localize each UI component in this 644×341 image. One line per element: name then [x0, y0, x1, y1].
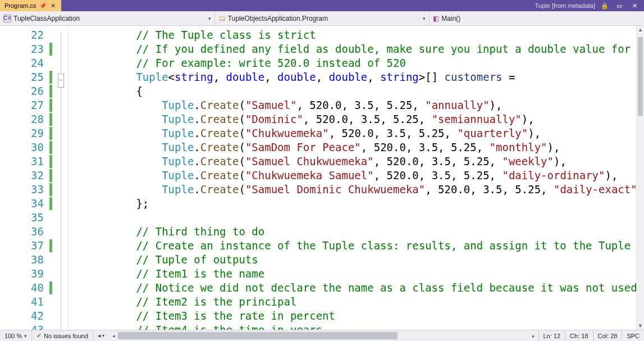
code-area[interactable]: // The Tuple class is strict // If you d… [68, 26, 636, 330]
zoom-level[interactable]: 100 % ▾ [0, 330, 32, 341]
change-mark [49, 309, 54, 323]
code-line[interactable]: // Item1 is the name [72, 267, 636, 281]
metadata-label: Tuple [from metadata] [535, 2, 595, 9]
code-line[interactable]: Tuple.Create("SamDom For Peace", 520.0, … [72, 140, 636, 154]
change-mark [49, 126, 54, 140]
scroll-left-icon[interactable]: ◂ [109, 333, 118, 339]
titlebar: Program.cs 📌 ✕ Tuple [from metadata] 🔒 ▭… [0, 0, 644, 11]
line-number: 32 [0, 169, 44, 183]
change-mark [49, 239, 54, 253]
code-line[interactable]: // Item2 is the principal [72, 295, 636, 309]
pin-icon[interactable]: 📌 [39, 3, 46, 9]
code-line[interactable]: // Item4 is the time in years [72, 323, 636, 330]
change-mark [49, 323, 54, 330]
horizontal-scroll-thumb[interactable] [118, 332, 398, 339]
code-line[interactable]: // If you defined any field as double, m… [72, 42, 636, 56]
scroll-up-icon[interactable]: ▲ [637, 26, 644, 34]
line-number: 27 [0, 98, 44, 112]
method-dropdown-text: Main() [441, 15, 460, 22]
navigation-bar: C# TupleClassApplication ▾ 🗂 TupleObject… [0, 11, 644, 26]
zoom-label: 100 % [4, 333, 22, 339]
code-line[interactable]: // Tuple of outputs [72, 253, 636, 267]
chevron-down-icon[interactable]: ▾ [419, 16, 429, 21]
chevron-down-icon: ▾ [24, 333, 27, 339]
scroll-down-icon[interactable]: ▼ [637, 322, 644, 330]
ok-icon: ✔ [36, 332, 42, 339]
horizontal-scrollbar[interactable]: ◂ ▸ [109, 330, 538, 341]
code-line[interactable]: Tuple.Create("Chukwuemeka Samuel", 520.0… [72, 169, 636, 183]
window-close-icon[interactable]: ✕ [630, 2, 640, 10]
horizontal-scroll-track[interactable] [118, 332, 529, 339]
code-line[interactable]: // Notice we did not declare the name as… [72, 281, 636, 295]
indent-mode[interactable]: SPC [622, 330, 644, 341]
change-mark [49, 84, 54, 98]
types-dropdown[interactable]: C# TupleClassApplication ▾ [0, 11, 215, 25]
line-number: 37 [0, 239, 44, 253]
change-mark [49, 56, 54, 70]
tab-label: Program.cs [4, 2, 36, 9]
code-line[interactable]: Tuple.Create("Samuel Chukwuemeka", 520.0… [72, 154, 636, 169]
change-mark [49, 183, 54, 197]
code-line[interactable]: Tuple.Create("Samuel Dominic Chukwuemeka… [72, 183, 636, 197]
change-mark [49, 281, 54, 295]
outlining-gutter[interactable]: − [54, 26, 68, 330]
line-number: 36 [0, 225, 44, 239]
line-number: 41 [0, 295, 44, 309]
line-number-gutter: 2223242526272829303132333435363738394041… [0, 26, 49, 330]
code-line[interactable]: // Third thing to do [72, 225, 636, 239]
line-number: 42 [0, 309, 44, 323]
code-line[interactable] [72, 211, 636, 225]
code-line[interactable]: }; [72, 197, 636, 211]
caret-col: Col: 28 [593, 330, 623, 341]
titlebar-right: Tuple [from metadata] 🔒 ▭ ✕ [531, 0, 644, 11]
change-mark [49, 98, 54, 112]
vertical-scroll-thumb[interactable] [638, 37, 643, 116]
change-mark [49, 225, 54, 239]
change-mark [49, 70, 54, 84]
change-mark [49, 253, 54, 267]
members-dropdown-text: TupleObjectsApplication.Program [228, 15, 328, 22]
code-line[interactable]: // Item3 is the rate in percent [72, 309, 636, 323]
line-number: 28 [0, 112, 44, 126]
scroll-right-icon[interactable]: ▸ [529, 333, 538, 339]
fold-toggle[interactable]: − [58, 74, 64, 88]
line-number: 22 [0, 28, 44, 42]
line-number: 29 [0, 126, 44, 140]
code-line[interactable]: Tuple.Create("Samuel", 520.0, 3.5, 5.25,… [72, 98, 636, 112]
line-number: 26 [0, 84, 44, 98]
change-mark [49, 211, 54, 225]
caret-char: Ch: 18 [565, 330, 593, 341]
method-dropdown[interactable]: ◧ Main() [430, 11, 644, 25]
issues-status[interactable]: ✔ No issues found [32, 330, 93, 341]
line-number: 31 [0, 154, 44, 169]
line-number: 43 [0, 323, 44, 330]
chevron-down-icon[interactable]: ▾ [205, 16, 214, 21]
change-mark [49, 197, 54, 211]
line-number: 24 [0, 56, 44, 70]
members-dropdown[interactable]: 🗂 TupleObjectsApplication.Program ▾ [215, 11, 430, 25]
code-line[interactable]: // The Tuple class is strict [72, 28, 636, 42]
close-icon[interactable]: ✕ [49, 2, 57, 10]
window-float-icon[interactable]: ▭ [614, 2, 624, 10]
change-marker-gutter [49, 26, 54, 330]
line-number: 35 [0, 211, 44, 225]
change-mark [49, 169, 54, 183]
vertical-scrollbar[interactable]: ▲ ▼ [636, 26, 644, 330]
line-number: 40 [0, 281, 44, 295]
code-line[interactable]: Tuple.Create("Chukwuemeka", 520.0, 3.5, … [72, 126, 636, 140]
document-tab[interactable]: Program.cs 📌 ✕ [0, 0, 61, 11]
code-line[interactable]: // Create an instance of the Tuple class… [72, 239, 636, 253]
change-mark [49, 295, 54, 309]
code-line[interactable]: Tuple.Create("Dominic", 520.0, 3.5, 5.25… [72, 112, 636, 126]
lock-icon: 🔒 [601, 2, 609, 10]
status-bar: 100 % ▾ ✔ No issues found ◂▾ ◂ ▸ Ln: 12 … [0, 330, 644, 341]
code-editor[interactable]: 2223242526272829303132333435363738394041… [0, 26, 636, 330]
change-mark [49, 112, 54, 126]
code-line[interactable]: { [72, 84, 636, 98]
change-mark [49, 140, 54, 154]
code-line[interactable]: Tuple<string, double, double, double, st… [72, 70, 636, 84]
line-number: 33 [0, 183, 44, 197]
code-line[interactable]: // For example: write 520.0 instead of 5… [72, 56, 636, 70]
line-number: 25 [0, 70, 44, 84]
nav-splitbutton[interactable]: ◂▾ [93, 330, 109, 341]
